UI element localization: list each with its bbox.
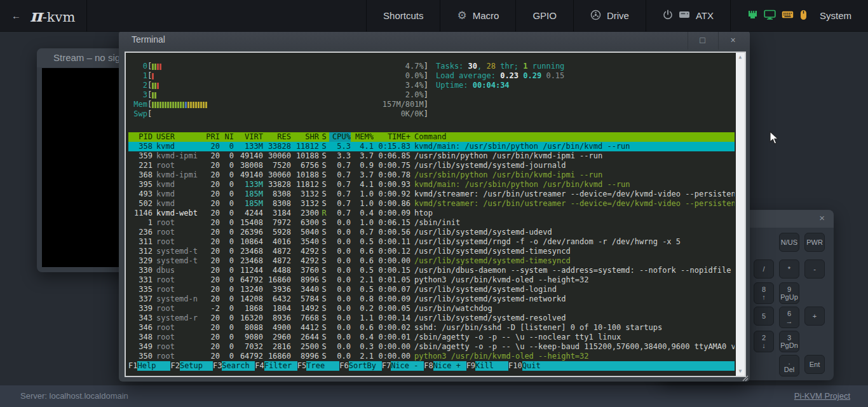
fkey-label: Nice + (433, 361, 466, 371)
logo-area: ← π-kvm (0, 0, 86, 31)
keypad-key-ent[interactable]: Ent (804, 355, 825, 374)
keypad-key-[interactable]: + (804, 307, 825, 326)
close-icon[interactable]: × (819, 212, 825, 223)
status-icons (747, 10, 808, 22)
fkey-label: Setup (180, 361, 213, 371)
nav-item-atx[interactable]: ATX (646, 0, 730, 31)
fkey-F6: F6 (339, 361, 348, 371)
cpu-meter: 3[2.0%] (130, 90, 428, 100)
close-button[interactable]: × (718, 31, 747, 50)
meter-bar (167, 102, 169, 108)
meter-bar (195, 102, 197, 108)
meter-bar (152, 92, 154, 99)
meter-bar (182, 102, 184, 108)
process-row: 236root2002639659285040S0.00.70:00.56/us… (128, 228, 735, 237)
keyboard-icon (782, 10, 794, 21)
nav-label: System (820, 10, 851, 21)
meter-bar (152, 102, 154, 108)
col-shr[interactable]: SHR (291, 132, 319, 142)
process-row: 359kvmd-ipmi200491403006010188S3.33.70:0… (128, 151, 735, 161)
meter-bar (193, 102, 194, 108)
htop-meters: 0[4.7%]1[0.0%]2[3.4%]3[2.0%]Mem[157M/801… (130, 62, 428, 119)
nav-label: Macro (473, 10, 499, 21)
col-pid[interactable]: PID (128, 132, 153, 142)
nav-item-macro[interactable]: ⚙ Macro (440, 0, 515, 31)
keypad-key-[interactable]: / (754, 259, 774, 279)
nav-divider (86, 0, 87, 32)
drive-icon (590, 10, 601, 22)
keypad-key-[interactable]: 2↓ (754, 331, 774, 352)
terminal-scrollbar[interactable]: ▲ ▼ (736, 53, 745, 376)
col-user[interactable]: USER (153, 132, 202, 142)
process-row: 221root2003800875206756S0.70.90:00.75/us… (128, 161, 735, 170)
process-row: 1146kvmd-webt200424431842300R0.70.40:00.… (128, 209, 735, 218)
keypad-key-del[interactable]: .Del (779, 355, 799, 376)
process-row: 349root200703228162500S0.00.30:00.00/sbi… (128, 342, 735, 352)
meter-bar (165, 102, 166, 108)
keypad-key-[interactable]: * (779, 259, 799, 279)
meter-bar (172, 102, 174, 108)
terminal-canvas[interactable]: 0[4.7%]1[0.0%]2[3.4%]3[2.0%]Mem[157M/801… (125, 52, 746, 377)
keypad-key-pgup[interactable]: 9PgUp (779, 282, 799, 304)
cpu-meter: 1[0.0%] (130, 71, 428, 81)
logo-pi: π (30, 6, 43, 25)
fkey-F1: F1 (128, 361, 137, 371)
back-arrow-icon[interactable]: ← (11, 10, 21, 21)
keypad-key-[interactable]: - (804, 259, 825, 279)
nav-item-gpio[interactable]: GPIO (516, 0, 573, 31)
keypad-key-pgdn[interactable]: 3PgDn (779, 331, 799, 352)
process-row: 493kvmd200185M83083132S0.71.00:00.92kvmd… (128, 190, 735, 199)
col-s[interactable]: S (319, 132, 329, 142)
process-row: 337systemd-n2001420864325784S0.00.80:00.… (128, 294, 735, 304)
nav-item-drive[interactable]: Drive (574, 0, 646, 31)
meter-bar (162, 102, 164, 108)
top-nav: ← π-kvm Shortcuts ⚙ Macro GPIO Drive ATX (0, 0, 868, 32)
meter-bar (200, 102, 202, 108)
process-row: 1root2001540879726300S0.01.00:06.15/sbin… (128, 218, 735, 228)
process-row: 368kvmd-ipmi200491403006010188S0.73.70:0… (128, 170, 735, 180)
fkey-F9: F9 (466, 361, 475, 371)
process-row: 311root2001086440163540S0.00.50:00.11/us… (128, 237, 735, 247)
nav-label: Drive (607, 10, 629, 21)
swp-meter: Swp[0K/0K] (130, 109, 428, 119)
meter-bar (157, 83, 159, 89)
col-virt[interactable]: VIRT (234, 132, 263, 142)
nav-item-shortcuts[interactable]: Shortcuts (367, 0, 440, 31)
meter-bar (170, 102, 172, 108)
cpu-meter: 0[4.7%] (130, 62, 428, 71)
resize-grip[interactable] (741, 373, 749, 380)
col-cpu[interactable]: CPU% (329, 132, 351, 142)
meter-bar (198, 102, 200, 108)
terminal-titlebar[interactable]: Terminal □ × (119, 31, 750, 50)
meter-bar (180, 102, 182, 108)
meter-bar (159, 102, 161, 108)
load-line: Load average: 0.23 0.29 0.15 (436, 71, 735, 81)
meter-bar (154, 64, 156, 70)
keypad-key-[interactable]: 6→ (779, 307, 799, 328)
meter-bar (152, 73, 154, 79)
keypad-key-[interactable]: 8↑ (754, 282, 774, 304)
meter-bar (185, 102, 187, 108)
app-logo: π-kvm (30, 6, 75, 25)
col-time[interactable]: TIME+ (374, 132, 410, 142)
process-row: 346root200808849004412S0.00.60:00.02sshd… (128, 323, 735, 333)
keypad-key-pwr[interactable]: PWR (804, 233, 825, 252)
project-link[interactable]: Pi-KVM Project (794, 391, 850, 401)
keypad-key-nus[interactable]: N/US (779, 233, 799, 252)
monitor-icon (764, 10, 776, 22)
col-pri[interactable]: PRI (202, 132, 220, 142)
col-ni[interactable]: NI (220, 132, 234, 142)
nav-item-system[interactable]: System (731, 0, 868, 31)
process-row: 358kvmd200133M3382811812S5.34.10:15.83kv… (128, 142, 735, 151)
nav-label: ATX (696, 10, 714, 21)
maximize-button[interactable]: □ (688, 31, 717, 50)
col-res[interactable]: RES (263, 132, 291, 142)
scroll-up-icon[interactable]: ▲ (736, 53, 745, 62)
col-mem[interactable]: MEM% (351, 132, 374, 142)
meter-bar (203, 102, 205, 108)
col-cmd[interactable]: Command (410, 132, 735, 142)
keypad-key-5[interactable]: 5 (754, 307, 774, 326)
meter-bar (205, 102, 207, 108)
fkey-label: Quit (522, 361, 555, 371)
process-row: 331root20064792168608996S0.02.10:01.05py… (128, 275, 735, 285)
